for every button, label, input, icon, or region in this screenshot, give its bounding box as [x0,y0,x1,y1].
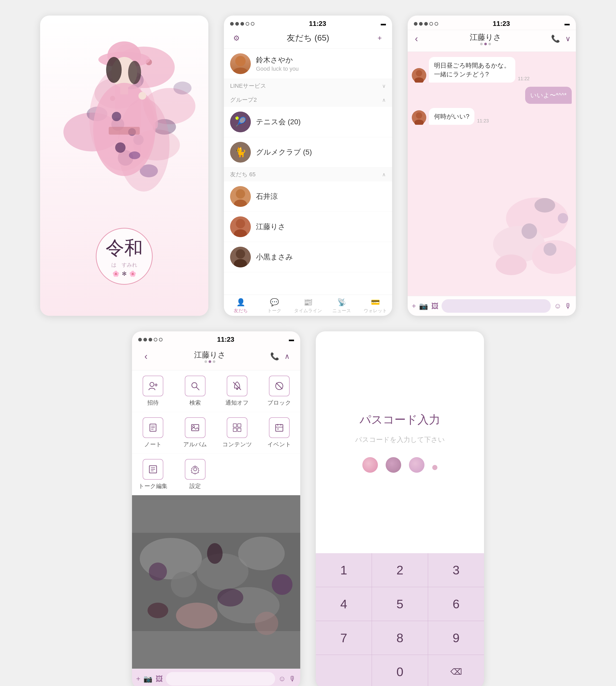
chat-back-button[interactable]: ‹ [413,32,420,45]
friend-item-sayaka[interactable]: 鈴木さやか Good luck to you [224,49,392,79]
tab-friends[interactable]: 👤 友だち [224,295,258,316]
num-key-1[interactable]: 1 [316,553,372,587]
tab-news[interactable]: 📡 ニュース [325,295,358,316]
message-row-1: 明日昼ごろ時間あるかな。一緒にランチどう? 11:22 [412,57,572,83]
tab-wallet[interactable]: 💳 ウォレット [358,295,392,316]
message-text-2: いいよ〜*^^* [530,92,567,98]
detail-back-button[interactable]: ‹ [142,350,150,363]
chat-mic-button[interactable]: 🎙 [565,302,572,310]
svg-point-99 [272,574,292,595]
menu-item-block[interactable]: ブロック [258,371,301,412]
tab-chats-label: トーク [267,308,281,314]
chat-nav-header: ‹ 江藤りさ 📞 ∨ [408,30,576,52]
menu-item-note[interactable]: ノート [132,412,174,453]
splash-flowers: 🌸 ✻ 🌸 [112,270,136,277]
friend-avatar-oguro [230,247,251,267]
friend-item-etou[interactable]: 江藤りさ [224,212,392,242]
menu-icon-search [185,376,205,396]
svg-point-103 [148,603,168,618]
chat-text-input[interactable] [442,299,551,313]
detail-text-input[interactable] [166,672,275,685]
group-name-tennis: テニス会 (20) [256,117,386,127]
menu-item-album[interactable]: アルバム [174,412,216,453]
chat-emoji-button[interactable]: ☺ [554,302,562,310]
friend-item-oguro[interactable]: 小黒まさみ [224,242,392,272]
chat-status-bar: 11:23 ▬ [408,16,576,30]
svg-point-55 [558,213,568,223]
chat-more-button[interactable]: ∨ [565,35,571,43]
menu-item-event[interactable]: イベント [258,412,301,453]
phone-splash: 令和 は すみれ 🌸 ✻ 🌸 [40,16,208,316]
num-key-8[interactable]: 8 [372,621,428,655]
add-friend-button[interactable]: + [373,32,386,44]
passcode-dots-row [362,457,437,473]
menu-item-contents[interactable]: コンテンツ [216,412,258,453]
svg-point-34 [233,68,248,74]
ind-dot-3 [488,43,491,45]
group-item-gourmet[interactable]: 🐈 グルメクラブ (5) [224,137,392,168]
chat-image-button[interactable]: 🖼 [431,302,438,310]
splash-kanji-text: 令和 [106,236,143,260]
signal-dot-1 [230,22,234,26]
chat-nav-center: 江藤りさ [424,32,547,45]
group-item-tennis[interactable]: 🎾 テニス会 (20) [224,107,392,137]
chat-signal-dot-2 [419,22,423,26]
num-key-9[interactable]: 9 [428,621,484,655]
menu-item-settings[interactable]: 設定 [174,454,216,495]
num-key-delete[interactable]: ⌫ [428,655,484,686]
friend-item-ishii[interactable]: 石井涼 [224,181,392,212]
chat-camera-button[interactable]: 📷 [419,302,428,310]
menu-item-edit[interactable]: トーク編集 [132,454,174,495]
friends-title: 友だち (65) [287,32,329,44]
num-key-5[interactable]: 5 [372,587,428,621]
detail-input-bar: + 📷 🖼 ☺ 🎙 [132,669,300,686]
detail-status-bar: 11:23 ▬ [132,331,300,346]
svg-text:🎾: 🎾 [235,116,246,127]
passcode-subtitle: パスコードを入力して下さい [355,435,445,444]
svg-point-98 [217,589,243,606]
tab-chats[interactable]: 💬 トーク [258,295,291,316]
friends-nav-bar: ⚙ 友だち (65) + [224,30,392,49]
svg-point-8 [173,82,192,94]
message-text-1: 明日昼ごろ時間あるかな。一緒にランチどう? [434,62,510,78]
detail-mic-button[interactable]: 🎙 [289,674,296,683]
chat-call-button[interactable]: 📞 [551,35,560,43]
num-key-2[interactable]: 2 [372,553,428,587]
svg-point-29 [129,151,140,159]
num-key-3[interactable]: 3 [428,553,484,587]
detail-emoji-button[interactable]: ☺ [278,674,286,683]
group-name-gourmet: グルメクラブ (5) [256,147,386,157]
detail-image-button[interactable]: 🖼 [156,674,163,683]
section-group2[interactable]: グループ2 ∧ [224,93,392,107]
settings-button[interactable]: ⚙ [230,32,243,44]
section-friends-65[interactable]: 友だち 65 ∧ [224,168,392,181]
section-line-service[interactable]: LINEサービス ∨ [224,79,392,93]
chat-dots-indicator [480,43,491,45]
menu-label-note: ノート [144,441,162,448]
detail-camera-button[interactable]: 📷 [144,674,152,683]
phone-passcode: パスコード入力 パスコードを入力して下さい 1 2 3 4 5 6 7 [316,331,484,686]
num-key-7[interactable]: 7 [316,621,372,655]
svg-point-67 [236,388,238,390]
num-key-4[interactable]: 4 [316,587,372,621]
battery-icon: ▬ [381,21,386,27]
detail-nav-center: 江藤りさ [154,350,266,363]
num-key-empty [316,655,372,686]
detail-call-button[interactable]: 📞 [270,352,279,361]
num-key-0[interactable]: 0 [372,655,428,686]
detail-ind-dot-1 [204,360,207,363]
menu-item-invite[interactable]: 招待 [132,371,174,412]
tab-friends-label: 友だち [234,308,248,314]
detail-plus-button[interactable]: + [136,674,140,683]
svg-rect-78 [238,424,241,427]
chat-plus-button[interactable]: + [412,302,416,310]
passcode-title: パスコード入力 [359,412,440,427]
menu-item-notify[interactable]: 通知オフ [216,371,258,412]
message-text-3: 何時がいい? [434,113,469,120]
detail-up-button[interactable]: ∧ [284,352,290,361]
svg-point-28 [115,142,126,153]
menu-item-search[interactable]: 検索 [174,371,216,412]
tab-timeline[interactable]: 📰 タイムライン [291,295,325,316]
num-key-6[interactable]: 6 [428,587,484,621]
friend-name-oguro: 小黒まさみ [256,252,386,262]
